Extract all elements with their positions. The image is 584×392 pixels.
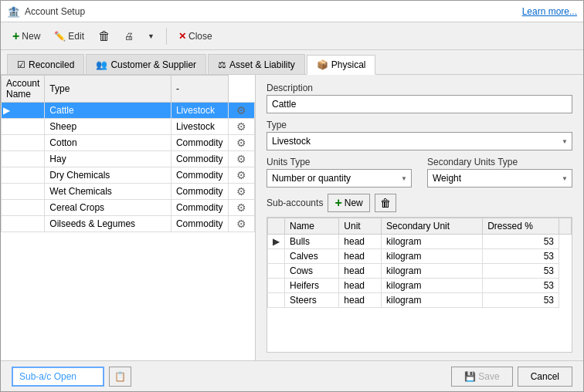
account-options-cell: ⚙ [228,184,254,200]
new-label: New [22,31,40,42]
sub-secondary-unit-cell: kilogram [382,293,483,308]
sub-secondary-unit-cell: kilogram [382,235,483,249]
sub-dressed-pct-cell: 53 [483,293,559,308]
account-options-cell: ⚙ [228,200,254,216]
account-type-cell: Commodity [171,167,228,184]
subaccounts-new-icon: + [334,196,341,210]
cancel-button[interactable]: Cancel [518,367,572,387]
account-setup-window: 🏦 Account Setup Learn more... + New ✏️ E… [0,0,584,392]
learn-more-link[interactable]: Learn more... [522,6,577,17]
tab-asset-liability[interactable]: ⚖ Asset & Liability [208,54,305,74]
account-name-cell: Sheep [45,119,171,135]
sub-table-row[interactable]: Cowsheadkilogram53 [268,264,572,279]
sub-open-action-button[interactable]: 📋 [109,367,131,387]
units-type-select-wrapper: Number or quantityWeightVolumeLengthArea [267,169,412,188]
units-type-label: Units Type [267,157,412,167]
tab-physical[interactable]: 📦 Physical [307,55,376,75]
account-table-row[interactable]: Dry ChemicalsCommodity⚙ [2,167,255,184]
sub-open-input[interactable] [12,367,104,387]
account-table-row[interactable]: Wet ChemicalsCommodity⚙ [2,184,255,200]
subaccounts-label: Sub-accounts [267,198,323,208]
subaccounts-delete-icon: 🗑 [380,197,391,209]
col-type: Type [45,76,171,103]
delete-button[interactable]: 🗑 [93,25,116,47]
sub-dressed-pct-cell: 53 [483,249,559,264]
account-type-cell: Commodity [171,216,228,232]
units-type-group: Units Type Number or quantityWeightVolum… [267,157,412,188]
type-select-wrapper: LivestockCommodity [267,132,572,150]
sub-row-arrow: ▶ [268,235,285,249]
edit-icon: ✏️ [54,31,66,42]
account-type-cell: Commodity [171,151,228,167]
account-name-cell: Cattle [45,103,171,119]
bottom-right: 💾 Save Cancel [451,367,572,387]
type-group: Type LivestockCommodity [267,120,572,150]
bottom-bar: 📋 💾 Save Cancel [1,360,583,391]
account-table-row[interactable]: ▶CattleLivestock⚙ [2,103,255,119]
edit-label: Edit [68,31,84,42]
account-name-cell: Wet Chemicals [45,184,171,200]
account-table-row[interactable]: Cereal CropsCommodity⚙ [2,200,255,216]
sub-name-cell: Heifers [285,279,339,293]
sub-row-arrow [268,293,285,308]
tab-customer-supplier[interactable]: 👥 Customer & Supplier [86,54,206,74]
toolbar-separator [166,28,167,45]
sub-name-cell: Calves [285,249,339,264]
account-table-row[interactable]: Oilseeds & LegumesCommodity⚙ [2,216,255,232]
description-label: Description [267,83,572,93]
units-type-select[interactable]: Number or quantityWeightVolumeLengthArea [267,169,412,188]
print-button[interactable]: 🖨 [119,25,139,47]
sub-table-row[interactable]: Calvesheadkilogram53 [268,249,572,264]
secondary-units-type-select[interactable]: WeightVolumeLengthAreaNone [427,169,572,188]
account-options-cell: ⚙ [228,135,254,151]
description-group: Description [267,83,572,113]
subaccounts-delete-button[interactable]: 🗑 [375,194,396,212]
sub-open-arrow-icon: 📋 [114,371,126,382]
account-type-cell: Commodity [171,184,228,200]
account-options-cell: ⚙ [228,103,254,119]
edit-button[interactable]: ✏️ Edit [49,25,90,47]
subaccounts-new-label: New [345,198,363,208]
account-table-row[interactable]: HayCommodity⚙ [2,151,255,167]
sub-row-arrow [268,279,285,293]
customer-supplier-icon: 👥 [96,59,107,70]
account-type-cell: Commodity [171,200,228,216]
new-icon: + [12,29,19,43]
sub-dressed-pct-cell: 53 [483,235,559,249]
row-arrow-cell [2,184,45,200]
type-select[interactable]: LivestockCommodity [267,132,572,150]
new-button[interactable]: + New [7,25,46,47]
close-button[interactable]: ✕ Close [173,25,218,47]
reconciled-icon: ☑ [17,59,25,70]
account-table-row[interactable]: CottonCommodity⚙ [2,135,255,151]
description-input[interactable] [267,95,572,113]
sub-name-cell: Cows [285,264,339,279]
sub-secondary-unit-cell: kilogram [382,279,483,293]
title-bar: 🏦 Account Setup Learn more... [1,1,583,22]
tab-customer-supplier-label: Customer & Supplier [110,59,196,70]
row-arrow-cell [2,200,45,216]
sub-col-arrow [268,218,285,235]
secondary-units-type-group: Secondary Units Type WeightVolumeLengthA… [427,157,572,188]
cancel-label: Cancel [531,371,559,382]
sub-unit-cell: head [339,249,382,264]
tab-physical-label: Physical [331,59,366,70]
subaccounts-new-button[interactable]: + New [328,194,369,212]
sub-table-row[interactable]: ▶Bullsheadkilogram53 [268,235,572,249]
account-table-row[interactable]: SheepLivestock⚙ [2,119,255,135]
row-arrow-cell [2,151,45,167]
secondary-units-type-select-wrapper: WeightVolumeLengthAreaNone [427,169,572,188]
sub-table-row[interactable]: Heifersheadkilogram53 [268,279,572,293]
sub-table-wrapper: Name Unit Secondary Unit Dressed % ▶Bull… [267,217,572,353]
bottom-left: 📋 [12,367,131,387]
sub-unit-cell: head [339,264,382,279]
row-arrow-cell [2,167,45,184]
title-bar-left: 🏦 Account Setup [7,5,85,18]
row-arrow-cell: ▶ [2,103,45,119]
tab-reconciled[interactable]: ☑ Reconciled [7,54,84,74]
sub-table-row[interactable]: Steersheadkilogram53 [268,293,572,308]
account-name-cell: Hay [45,151,171,167]
save-button[interactable]: 💾 Save [451,367,513,387]
save-icon: 💾 [464,371,476,382]
print-dropdown-button[interactable]: ▼ [142,25,160,47]
